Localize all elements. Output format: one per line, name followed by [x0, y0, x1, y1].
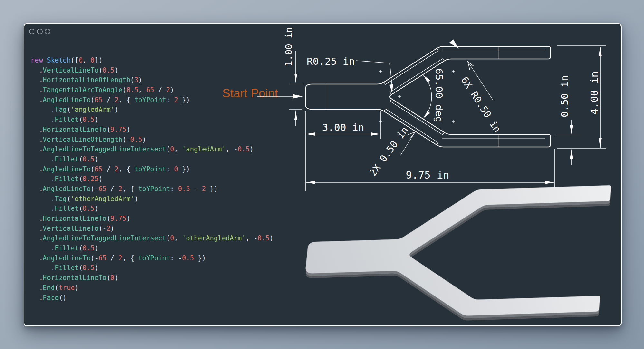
code-editor[interactable]: new Sketch([0, 0]) .VerticalLineTo(0.5) … [31, 55, 308, 303]
code-line: .Fillet(0.5) [31, 243, 308, 253]
code-line: .End(true) [31, 283, 308, 293]
code-line: .HorizontalLineOfLength(3) [31, 75, 308, 85]
code-line: .Tag('otherAngledArm') [31, 194, 308, 204]
code-line: .TangentialArcToAngle(0.5, 65 / 2) [31, 85, 308, 95]
code-line: new Sketch([0, 0]) [31, 55, 308, 65]
code-line: .Tag('angledArm') [31, 105, 308, 115]
dim-label-arm-width: 2X 0.50 in [367, 124, 410, 178]
code-line: .AngledLineTo(-65 / 2, { toYPoint: 0.5 -… [31, 184, 308, 194]
dim-label-fillet-radii: 6X R0.50 in [459, 75, 503, 135]
dim-label-corner-radius: R0.25 in [307, 55, 355, 67]
dim-label-total-height: 4.00 in [588, 71, 601, 115]
code-line: .AngledLineTo(65 / 2, { toYPoint: 2 }) [31, 95, 308, 105]
code-line: .AngledLineTo(-65 / 2, { toYPoint: -0.5 … [31, 253, 308, 263]
code-line: .Face() [31, 293, 308, 303]
code-line: .HorizontalLineTo(9.75) [31, 214, 308, 224]
code-line: .HorizontalLineTo(0) [31, 273, 308, 283]
code-line: .AngledLineToTaggedLineIntersect(0, 'oth… [31, 233, 308, 243]
dim-label-stem-length: 3.00 in [322, 121, 364, 133]
code-line: .AngledLineTo(65 / 2, { toYPoint: 0 }) [31, 164, 308, 174]
code-line: .HorizontalLineTo(9.75) [31, 125, 308, 135]
code-line: .VerticalLineOfLength(-0.5) [31, 135, 308, 145]
code-line: .VerticalLineTo(-2) [31, 224, 308, 234]
dim-fillet-radii: 6X R0.50 in [449, 39, 503, 134]
code-line: .Fillet(0.5) [31, 115, 308, 125]
dim-fork-angle: 65.00 deg [423, 68, 445, 122]
code-line: .Fillet(0.5) [31, 263, 308, 273]
dim-arm-thickness: 0.50 in [556, 75, 580, 165]
code-line: .Fillet(0.5) [31, 204, 308, 214]
dim-corner-radius: R0.25 in [307, 55, 393, 93]
code-line: .Fillet(0.25) [31, 174, 308, 184]
app-window: Start Point 1.00 in R0.25 in [24, 23, 622, 326]
dim-label-total-length: 9.75 in [406, 169, 449, 181]
code-line: .Fillet(0.5) [31, 154, 308, 164]
part-3d-render [300, 185, 611, 325]
dim-total-length: 9.75 in [306, 149, 555, 189]
dim-label-fork-angle: 65.00 deg [433, 68, 445, 122]
dim-stem-length: 3.00 in [305, 111, 381, 191]
code-line: .AngledLineToTaggedLineIntersect(0, 'ang… [31, 144, 308, 154]
code-line: .VerticalLineTo(0.5) [31, 65, 308, 75]
dim-label-arm-thickness: 0.50 in [559, 75, 570, 117]
